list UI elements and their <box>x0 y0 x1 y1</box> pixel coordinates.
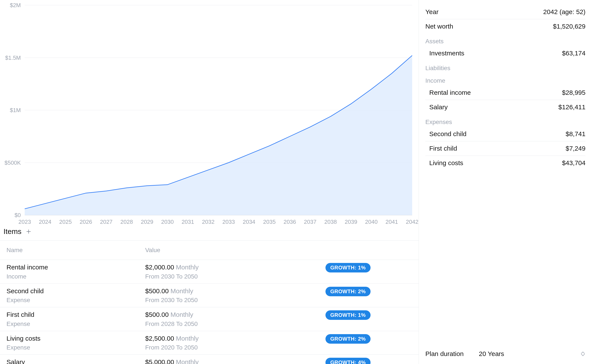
item-frequency: Monthly <box>170 311 193 318</box>
summary-row-label: Salary <box>429 104 448 111</box>
svg-text:2032: 2032 <box>202 219 215 225</box>
item-name: First child <box>7 310 145 319</box>
growth-badge: GROWTH: 2% <box>325 287 370 296</box>
svg-text:2031: 2031 <box>182 219 194 225</box>
svg-text:$500K: $500K <box>5 160 21 166</box>
item-range: From 2020 To 2050 <box>145 344 284 351</box>
svg-text:2027: 2027 <box>100 219 113 225</box>
summary-row-value: $28,995 <box>562 89 585 96</box>
item-name: Second child <box>7 287 145 296</box>
summary-row-value: $7,249 <box>565 145 585 152</box>
item-amount: $2,000.00 <box>145 264 174 271</box>
summary-row: Living costs$43,704 <box>419 156 592 170</box>
svg-text:2030: 2030 <box>161 219 174 225</box>
svg-text:2037: 2037 <box>304 219 316 225</box>
svg-text:2029: 2029 <box>141 219 153 225</box>
summary-row-value: $126,411 <box>558 104 585 111</box>
summary-row-label: Rental income <box>429 89 471 96</box>
summary-section-assets: Assets <box>419 33 592 46</box>
summary-row: Investments$63,174 <box>419 46 592 60</box>
networth-chart[interactable]: $0$500K$1M$1.5M$2M2023202420252026202720… <box>0 0 419 225</box>
svg-text:2026: 2026 <box>80 219 92 225</box>
items-header-name: Name <box>7 247 145 254</box>
item-range: From 2030 To 2050 <box>145 297 284 304</box>
svg-text:2040: 2040 <box>365 219 378 225</box>
item-row[interactable]: Salary Income $5,000.00 Monthly From 202… <box>0 354 419 364</box>
svg-text:2035: 2035 <box>263 219 276 225</box>
svg-text:2033: 2033 <box>222 219 235 225</box>
growth-badge: GROWTH: 1% <box>325 310 370 320</box>
summary-row-value: $8,741 <box>565 130 585 138</box>
item-category: Expense <box>7 344 145 351</box>
item-name: Rental income <box>7 263 145 272</box>
svg-text:$2M: $2M <box>10 2 21 8</box>
svg-text:2039: 2039 <box>345 219 357 225</box>
item-amount: $2,500.00 <box>145 335 174 342</box>
item-name: Salary <box>7 358 145 364</box>
plan-duration-select[interactable]: 20 Years <box>479 350 585 358</box>
item-category: Income <box>7 273 145 280</box>
items-header-value: Value <box>145 247 284 254</box>
item-category: Expense <box>7 297 145 304</box>
summary-year-value: 2042 (age: 52) <box>543 8 585 16</box>
growth-badge: GROWTH: 4% <box>325 358 370 364</box>
svg-text:2041: 2041 <box>385 219 398 225</box>
item-frequency: Monthly <box>170 287 193 294</box>
item-frequency: Monthly <box>176 335 199 342</box>
summary-row-value: $43,704 <box>562 159 585 167</box>
svg-text:$1M: $1M <box>10 107 21 113</box>
svg-text:2038: 2038 <box>324 219 337 225</box>
chevron-up-down-icon <box>580 351 585 357</box>
summary-panel: Year 2042 (age: 52) Net worth $1,520,629… <box>419 0 592 364</box>
plan-duration-label: Plan duration <box>425 350 464 358</box>
growth-badge: GROWTH: 2% <box>325 334 370 344</box>
svg-text:$0: $0 <box>14 212 21 218</box>
items-title: Items <box>3 227 21 236</box>
svg-text:$1.5M: $1.5M <box>5 55 21 61</box>
growth-badge: GROWTH: 1% <box>325 263 370 273</box>
svg-text:2024: 2024 <box>39 219 51 225</box>
item-range: From 2028 To 2050 <box>145 320 284 327</box>
summary-row-value: $63,174 <box>562 50 585 57</box>
summary-row-label: Second child <box>429 130 466 138</box>
summary-year-label: Year <box>425 8 439 16</box>
svg-text:2036: 2036 <box>283 219 296 225</box>
summary-row: Second child$8,741 <box>419 127 592 141</box>
summary-row-label: Living costs <box>429 159 463 167</box>
svg-text:2034: 2034 <box>243 219 255 225</box>
svg-text:2042: 2042 <box>406 219 418 225</box>
summary-row: Rental income$28,995 <box>419 85 592 100</box>
summary-row-label: First child <box>429 145 457 152</box>
summary-section-liabilities: Liabilities <box>419 60 592 73</box>
item-range: From 2030 To 2050 <box>145 273 284 280</box>
summary-section-expenses: Expenses <box>419 114 592 127</box>
item-name: Living costs <box>7 334 145 343</box>
svg-text:2023: 2023 <box>18 219 31 225</box>
items-table: Name Value Rental income Income $2,000.0… <box>0 240 419 364</box>
item-row[interactable]: Second child Expense $500.00 Monthly Fro… <box>0 284 419 307</box>
add-item-icon[interactable] <box>25 228 32 235</box>
item-row[interactable]: First child Expense $500.00 Monthly From… <box>0 307 419 331</box>
summary-networth-value: $1,520,629 <box>553 23 585 30</box>
svg-text:2028: 2028 <box>121 219 133 225</box>
item-frequency: Monthly <box>176 264 199 271</box>
svg-text:2025: 2025 <box>59 219 72 225</box>
summary-row-label: Investments <box>429 50 464 57</box>
item-row[interactable]: Living costs Expense $2,500.00 Monthly F… <box>0 331 419 355</box>
item-frequency: Monthly <box>176 358 199 364</box>
item-amount: $5,000.00 <box>145 358 174 364</box>
item-category: Expense <box>7 320 145 327</box>
item-row[interactable]: Rental income Income $2,000.00 Monthly F… <box>0 260 419 284</box>
summary-row: First child$7,249 <box>419 141 592 156</box>
item-amount: $500.00 <box>145 287 168 294</box>
summary-row: Salary$126,411 <box>419 100 592 114</box>
summary-section-income: Income <box>419 73 592 85</box>
item-amount: $500.00 <box>145 311 168 318</box>
summary-networth-label: Net worth <box>425 23 453 30</box>
plan-duration-value: 20 Years <box>479 350 504 358</box>
